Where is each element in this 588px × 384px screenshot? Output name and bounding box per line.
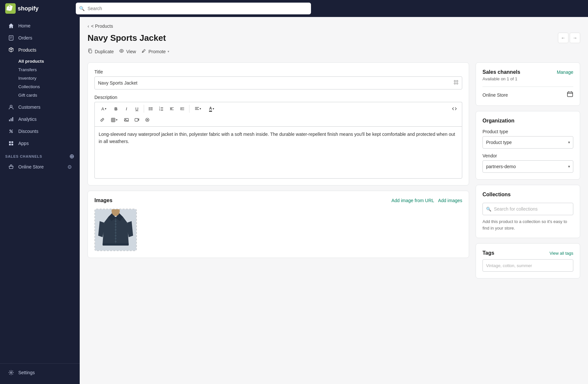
font-format-button[interactable]: A ▾ (97, 104, 110, 113)
svg-point-21 (149, 108, 150, 109)
sidebar-item-transfers[interactable]: Transfers (16, 66, 77, 74)
breadcrumb-back-button[interactable]: ‹ (88, 24, 89, 29)
svg-point-23 (149, 109, 150, 110)
svg-rect-9 (11, 141, 13, 143)
prev-product-button[interactable]: ← (558, 33, 568, 43)
sidebar: Home Orders Products All products Transf… (0, 17, 80, 384)
search-bar[interactable]: 🔍 (76, 3, 311, 14)
add-sales-channel-button[interactable]: ⊕ (69, 153, 74, 159)
add-images-button[interactable]: Add images (438, 198, 462, 203)
collections-search-icon: 🔍 (486, 207, 491, 212)
svg-point-40 (125, 119, 126, 120)
sidebar-item-home[interactable]: Home (3, 20, 77, 32)
next-product-button[interactable]: → (570, 33, 580, 43)
sidebar-item-gift-cards[interactable]: Gift cards (16, 91, 77, 99)
online-store-icon (8, 164, 14, 170)
view-button[interactable]: View (119, 47, 136, 56)
sidebar-item-online-store[interactable]: Online Store ⚙ (3, 161, 77, 173)
sidebar-products-label: Products (18, 47, 36, 53)
code-view-button[interactable] (449, 104, 459, 113)
collections-search-field[interactable]: 🔍 (482, 203, 573, 215)
add-image-url-button[interactable]: Add image from URL (391, 198, 434, 203)
link-button[interactable] (97, 115, 107, 124)
side-column: Sales channels Manage Available on 1 of … (476, 62, 580, 279)
svg-point-2 (10, 105, 12, 107)
tags-input[interactable] (482, 259, 573, 272)
sidebar-sub-nav: All products Transfers Inventory Collect… (0, 56, 80, 101)
svg-rect-1 (9, 36, 13, 40)
title-input[interactable]: Navy Sports Jacket (94, 76, 462, 89)
sidebar-discounts-label: Discounts (18, 129, 38, 134)
product-type-label: Product type (482, 129, 573, 134)
bullet-list-button[interactable] (146, 104, 156, 113)
indent-decrease-icon (170, 106, 174, 111)
page-nav-arrows: ← → (558, 33, 580, 43)
online-store-label: Online Store (18, 164, 44, 169)
table-button[interactable]: ▾ (108, 115, 121, 124)
link-icon (100, 118, 105, 122)
search-input[interactable] (76, 3, 311, 14)
duplicate-button[interactable]: Duplicate (88, 47, 114, 56)
product-type-select[interactable]: Product type (482, 136, 573, 149)
sidebar-item-analytics[interactable]: Analytics (3, 113, 77, 125)
main-content: ‹ < Products Navy Sports Jacket ← → Dupl… (80, 17, 588, 384)
description-editor[interactable]: Long-sleeved navy waterproof jacket in t… (94, 126, 462, 179)
sidebar-item-collections[interactable]: Collections (16, 83, 77, 91)
ordered-list-button[interactable]: 1.2.3. (156, 104, 166, 113)
sales-channels-section: SALES CHANNELS ⊕ (0, 150, 80, 161)
remove-format-button[interactable] (142, 115, 152, 124)
orders-icon (8, 35, 14, 41)
sc-calendar-icon[interactable] (567, 91, 573, 99)
tags-header: Tags View all tags (482, 250, 573, 256)
sidebar-item-inventory[interactable]: Inventory (16, 74, 77, 82)
indent-increase-button[interactable] (177, 104, 187, 113)
shopify-logo: shopify (5, 3, 39, 14)
text-color-icon: A (209, 106, 212, 112)
svg-point-14 (121, 50, 122, 52)
breadcrumb-products-link[interactable]: < Products (91, 24, 113, 29)
sc-store-name: Online Store (482, 92, 508, 98)
sidebar-item-apps[interactable]: Apps (3, 137, 77, 149)
collections-card: Collections 🔍 Add this product to a coll… (476, 185, 580, 238)
collections-search-input[interactable] (494, 206, 570, 212)
duplicate-label: Duplicate (95, 49, 114, 54)
product-type-field: Product type Product type ▾ (482, 129, 573, 149)
sidebar-item-orders[interactable]: Orders (3, 32, 77, 44)
sidebar-item-all-products[interactable]: All products (16, 57, 77, 65)
promote-button[interactable]: Promote ▾ (141, 47, 169, 56)
bold-button[interactable]: B (111, 104, 121, 113)
indent-decrease-button[interactable] (167, 104, 177, 113)
view-all-tags-button[interactable]: View all tags (549, 251, 573, 256)
sidebar-item-settings[interactable]: Settings (3, 367, 77, 378)
breadcrumb: ‹ < Products (88, 24, 580, 29)
sidebar-customers-label: Customers (18, 104, 41, 110)
remove-format-icon (145, 118, 150, 122)
discounts-icon (8, 128, 14, 135)
image-grid (94, 209, 462, 251)
product-image-0[interactable] (94, 209, 137, 251)
image-insert-button[interactable] (122, 115, 131, 124)
toolbar-sep-2 (189, 105, 189, 113)
view-icon (119, 48, 124, 55)
italic-button[interactable]: I (122, 104, 131, 113)
svg-point-7 (11, 132, 13, 133)
products-icon (8, 47, 14, 53)
title-value: Navy Sports Jacket (98, 80, 138, 86)
svg-rect-4 (11, 118, 12, 121)
title-description-card: Title Navy Sports Jacket Description (88, 62, 469, 185)
sidebar-item-customers[interactable]: Customers (3, 101, 77, 113)
sidebar-item-products[interactable]: Products (3, 44, 77, 56)
apps-icon (8, 140, 14, 147)
sidebar-item-discounts[interactable]: Discounts (3, 125, 77, 137)
manage-button[interactable]: Manage (557, 70, 573, 75)
logo-area: shopify (5, 3, 71, 14)
text-color-button[interactable]: A ▾ (205, 104, 218, 113)
underline-button[interactable]: U (132, 104, 142, 113)
video-insert-button[interactable] (132, 115, 142, 124)
shopify-wordmark: shopify (18, 5, 39, 12)
vendor-select[interactable]: partners-demo (482, 160, 573, 173)
align-button[interactable]: ▾ (191, 104, 204, 113)
online-store-settings-icon[interactable]: ⚙ (67, 164, 72, 170)
sidebar-analytics-label: Analytics (18, 117, 37, 122)
align-icon (195, 107, 199, 111)
